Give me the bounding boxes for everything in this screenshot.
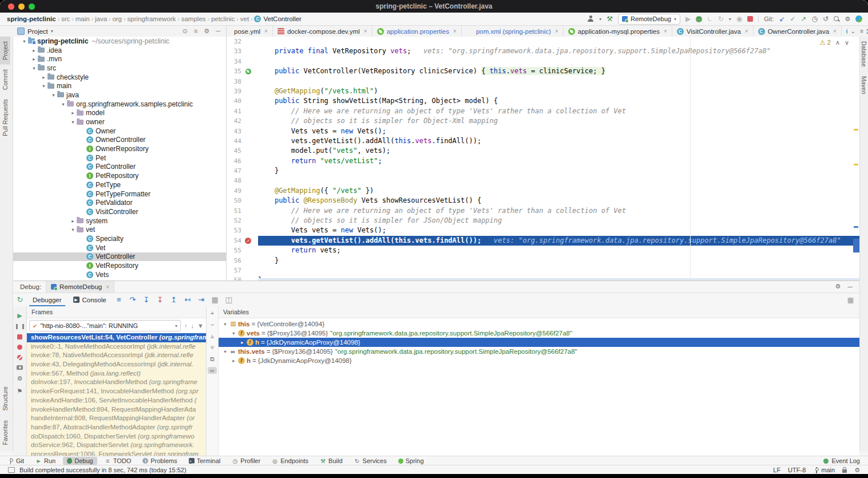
fold-column[interactable]	[252, 216, 258, 226]
fold-column[interactable]	[252, 66, 258, 76]
code-line[interactable]: 33 private final VetRepository vets; vet…	[227, 46, 859, 56]
hide-panel-icon[interactable]: ─	[216, 27, 220, 35]
editor-tab[interactable]: OwnerController.java ×	[754, 26, 842, 37]
close-icon[interactable]: ×	[833, 28, 837, 34]
tool-window-button[interactable]: Spring	[394, 457, 428, 465]
gutter-icon-slot[interactable]	[244, 146, 252, 156]
code-line[interactable]: 48	[227, 176, 859, 185]
fold-column[interactable]	[252, 256, 258, 266]
debugger-settings-icon[interactable]: ⚙	[17, 375, 23, 382]
gutter-icon-slot[interactable]	[244, 226, 252, 235]
tree-row[interactable]: ▸ .idea	[13, 46, 226, 55]
run-to-cursor-icon[interactable]: ⇥	[195, 295, 208, 304]
code-text[interactable]: // objects so it is simpler for JSon/Obj…	[258, 216, 859, 226]
user-icon[interactable]	[587, 15, 594, 22]
fold-column[interactable]	[252, 196, 258, 206]
warning-stripe-mark[interactable]	[854, 129, 858, 131]
frame-row[interactable]: invoke:78, NativeMethodAccessorImpl (jdk…	[27, 351, 206, 360]
expand-arrow-icon[interactable]: ▾	[41, 83, 47, 89]
code-line[interactable]: 52 // objects so it is simpler for JSon/…	[227, 216, 859, 226]
rollback-icon[interactable]: ↺	[823, 15, 829, 23]
fold-column[interactable]	[252, 37, 258, 46]
fold-column[interactable]	[252, 186, 258, 196]
scrollbar-thumb[interactable]	[853, 239, 859, 252]
code-text[interactable]	[258, 57, 859, 66]
fold-column[interactable]	[252, 46, 258, 56]
expand-arrow-icon[interactable]: ▸	[31, 48, 37, 53]
code-text[interactable]: // objects so it is simpler for Object-X…	[258, 116, 859, 126]
code-text[interactable]: vets.getVetList().addAll(this.vets.findA…	[258, 236, 859, 246]
gutter-icon-slot[interactable]	[244, 86, 252, 96]
step-out-icon[interactable]: ↥	[167, 295, 181, 304]
editor-tab[interactable]: pom.xml (spring-petclinic) ×	[462, 26, 564, 37]
step-over-icon[interactable]: ↷	[126, 295, 140, 304]
tool-window-button[interactable]: Debug	[63, 457, 97, 465]
fold-column[interactable]	[252, 166, 258, 176]
editor-tab[interactable]: VisitController.java ×	[672, 26, 754, 37]
tree-row[interactable]: ▾ java	[13, 90, 226, 100]
fold-column[interactable]	[252, 146, 258, 156]
gradle-sync-icon[interactable]	[855, 15, 862, 22]
expand-arrow-icon[interactable]: ▾	[60, 101, 66, 107]
expand-arrow-icon[interactable]: ▾	[231, 330, 237, 336]
pin-icon[interactable]: ⚑	[17, 388, 23, 394]
settings-gear-icon[interactable]: ⚙	[854, 467, 860, 474]
warning-stripe-mark[interactable]	[854, 164, 858, 165]
settings-gear-icon[interactable]: ⚙	[835, 283, 841, 291]
frame-row[interactable]: invokeAndHandle:106, ServletInvocableHan…	[27, 396, 206, 405]
code-text[interactable]	[258, 37, 859, 46]
filter-frames-icon[interactable]: ▼	[197, 322, 204, 329]
git-commit-icon[interactable]: ✓	[790, 15, 795, 23]
expand-arrow-icon[interactable]: ▾	[222, 349, 228, 354]
code-text[interactable]: public @ResponseBody Vets showResourcesV…	[258, 196, 859, 206]
fold-column[interactable]	[252, 206, 258, 216]
fold-column[interactable]	[252, 266, 258, 275]
gutter-icon-slot[interactable]	[244, 136, 252, 146]
tool-stripe-tab[interactable]: Favorites	[0, 416, 10, 449]
gutter-icon-slot[interactable]	[244, 77, 252, 86]
gutter-icon-slot[interactable]	[244, 156, 252, 166]
expand-arrow-icon[interactable]: ▾	[31, 65, 37, 71]
tree-row[interactable]: OwnerRepository	[13, 144, 226, 153]
expand-arrow-icon[interactable]: ▸	[70, 218, 76, 224]
mute-breakpoints-icon[interactable]	[17, 355, 22, 360]
restore-layout-icon[interactable]: ◫	[222, 295, 236, 304]
status-icon[interactable]	[8, 467, 15, 473]
show-watches-icon[interactable]: ∞	[208, 367, 217, 374]
prev-problem-icon[interactable]: ∧	[835, 39, 840, 46]
code-text[interactable]: // Here we are returning an object of ty…	[258, 106, 859, 116]
variable-row[interactable]: ▾ this.vets = {$Proxy136@14095} "org.spr…	[219, 347, 859, 356]
tree-row[interactable]: PetTypeFormatter	[13, 189, 226, 199]
stop-icon[interactable]	[17, 334, 22, 339]
tree-root-row[interactable]: ▾ spring-petclinic ~/sources/spring-petc…	[13, 37, 226, 46]
gutter-icon-slot[interactable]	[244, 266, 252, 275]
code-text[interactable]: model.put("vets", vets);	[258, 146, 859, 156]
chevron-down-icon[interactable]: ▾	[729, 17, 731, 22]
code-text[interactable]: Vets vets = new Vets();	[258, 226, 859, 235]
code-text[interactable]: return "vets/vetList";	[258, 156, 859, 166]
gutter-icon-slot[interactable]	[244, 206, 252, 216]
fold-column[interactable]	[252, 106, 258, 116]
code-text[interactable]: vets.getVetList().addAll(this.vets.findA…	[258, 136, 859, 146]
show-hidden-tabs-icon[interactable]: ⌄	[851, 28, 855, 34]
gutter-icon-slot[interactable]	[244, 275, 252, 281]
breadcrumb-item[interactable]: spring-petclinic	[7, 15, 56, 22]
code-text[interactable]: public VetController(VetRepository clini…	[258, 66, 859, 76]
fold-column[interactable]	[252, 86, 258, 96]
expand-arrow-icon[interactable]: ▾	[70, 227, 76, 232]
breadcrumb-item[interactable]: samples	[181, 15, 206, 22]
pause-icon[interactable]	[16, 324, 24, 329]
editor-tab[interactable]: pose.yml ×	[227, 26, 273, 37]
gutter-icon-slot[interactable]	[244, 37, 252, 46]
tool-stripe-tab[interactable]: Structure	[0, 382, 10, 416]
editor-tab[interactable]: docker-compose.dev.yml ×	[273, 26, 372, 37]
code-line[interactable]: 35 public VetController(VetRepository cl…	[227, 66, 859, 76]
tab-debugger[interactable]: Debugger	[27, 293, 68, 306]
tree-row[interactable]: Owner	[13, 127, 226, 136]
gutter-icon-slot[interactable]	[244, 127, 252, 136]
code-line[interactable]: 38	[227, 77, 859, 86]
expand-arrow-icon[interactable]: ▾	[222, 321, 228, 327]
move-watch-down-icon[interactable]: ▼	[208, 344, 217, 351]
editor-menu-icon[interactable]: ≡	[860, 28, 863, 34]
fold-column[interactable]	[252, 176, 258, 185]
